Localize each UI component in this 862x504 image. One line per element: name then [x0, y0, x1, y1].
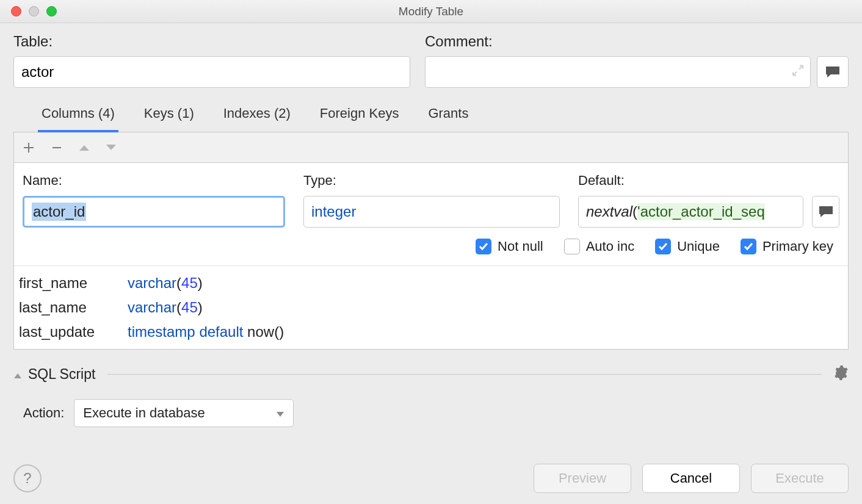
columns-toolbar	[13, 132, 849, 163]
tab-grants[interactable]: Grants	[424, 106, 472, 132]
default-comment-button[interactable]	[812, 196, 839, 228]
list-item[interactable]: first_name varchar(45)	[14, 271, 848, 295]
help-button[interactable]: ?	[13, 464, 42, 492]
not-null-checkbox[interactable]: Not null	[476, 239, 543, 254]
action-label: Action:	[23, 405, 64, 421]
column-name-input[interactable]: actor_id	[23, 196, 285, 228]
comment-input[interactable]	[425, 56, 811, 88]
sql-script-section: SQL Script	[13, 365, 849, 383]
list-item[interactable]: last_update timestamp default now()	[14, 320, 848, 344]
list-item[interactable]: last_name varchar(45)	[14, 295, 848, 320]
action-select[interactable]: Execute in database	[74, 399, 294, 427]
primary-key-checkbox[interactable]: Primary key	[741, 239, 833, 254]
tab-foreign-keys[interactable]: Foreign Keys	[316, 106, 403, 132]
execute-button[interactable]: Execute	[751, 464, 849, 493]
unique-checkbox[interactable]: Unique	[655, 239, 720, 254]
tab-indexes[interactable]: Indexes (2)	[220, 106, 294, 132]
name-label: Name:	[23, 173, 285, 189]
column-flags: Not null Auto inc Unique Primary key	[14, 228, 848, 265]
cancel-button[interactable]: Cancel	[642, 464, 740, 493]
column-type-input[interactable]: integer	[303, 196, 560, 228]
table-label: Table:	[13, 33, 410, 50]
default-label: Default:	[578, 173, 839, 189]
tab-columns[interactable]: Columns (4)	[38, 106, 118, 132]
divider	[107, 374, 822, 375]
tab-keys[interactable]: Keys (1)	[140, 106, 198, 132]
column-default-input[interactable]: nextval('actor_actor_id_seq	[578, 196, 803, 228]
table-name-input[interactable]	[13, 56, 410, 88]
sql-script-label: SQL Script	[28, 366, 95, 383]
columns-list: first_name varchar(45) last_name varchar…	[14, 265, 848, 349]
gear-icon[interactable]	[834, 365, 849, 383]
auto-inc-checkbox[interactable]: Auto inc	[564, 239, 635, 254]
expand-icon[interactable]	[792, 65, 804, 80]
add-icon[interactable]	[23, 142, 35, 154]
move-down-icon[interactable]	[106, 144, 117, 151]
move-up-icon[interactable]	[79, 144, 90, 151]
collapse-icon[interactable]	[13, 367, 22, 382]
window-title: Modify Table	[0, 5, 862, 18]
comment-label: Comment:	[425, 33, 849, 50]
remove-icon[interactable]	[51, 142, 63, 154]
preview-button[interactable]: Preview	[534, 464, 631, 493]
titlebar: Modify Table	[0, 0, 862, 23]
column-editor-panel: Name: actor_id Type: integer Default: ne…	[13, 163, 849, 350]
comment-bubble-button[interactable]	[817, 56, 849, 88]
tabs: Columns (4) Keys (1) Indexes (2) Foreign…	[13, 105, 849, 132]
type-label: Type:	[303, 173, 560, 189]
chevron-down-icon	[276, 405, 284, 421]
